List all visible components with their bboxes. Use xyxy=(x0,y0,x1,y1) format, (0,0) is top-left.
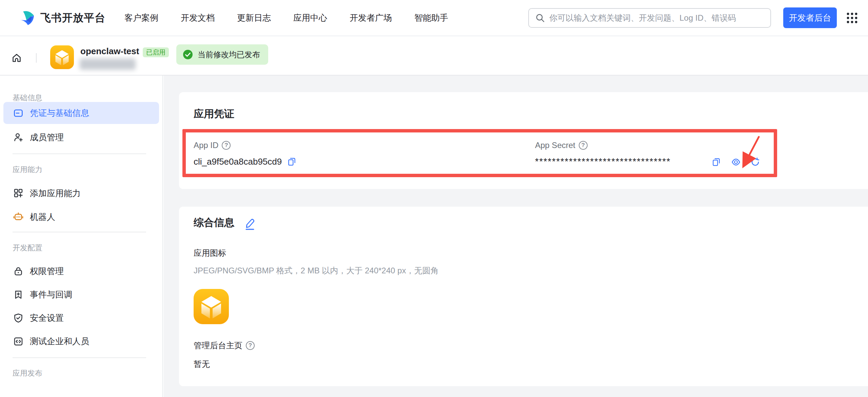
main-content: 应用凭证 App ID ? cli_a9f5e0a8cab95cd9 App S… xyxy=(164,76,868,397)
nav-item-ai-assistant[interactable]: 智能助手 xyxy=(414,12,448,23)
sidebar-item-label: 成员管理 xyxy=(30,132,64,143)
sidebar: 基础信息 凭证与基础信息 成员管理 应用能力 xyxy=(0,76,163,397)
nav-item-changelog[interactable]: 更新日志 xyxy=(237,12,271,23)
nav-item-developer-plaza[interactable]: 开发者广场 xyxy=(350,12,392,23)
sidebar-item-label: 机器人 xyxy=(30,211,55,223)
help-question-icon[interactable]: ? xyxy=(579,141,588,150)
top-navigation-bar: 飞书开放平台 客户案例 开发文档 更新日志 应用中心 开发者广场 智能助手 你可… xyxy=(0,0,868,36)
admin-home-label-row: 管理后台主页 ? xyxy=(194,340,255,351)
sidebar-divider xyxy=(13,232,146,232)
add-capability-icon xyxy=(13,188,23,198)
sidebar-heading-dev-config: 开发配置 xyxy=(13,244,162,252)
publish-status-text: 当前修改均已发布 xyxy=(198,49,260,60)
code-square-icon xyxy=(13,336,23,347)
app-id-label-row: App ID ? xyxy=(194,141,231,150)
app-icon-label: 应用图标 xyxy=(194,248,226,258)
admin-home-value: 暂无 xyxy=(194,359,210,370)
sidebar-item-label: 事件与回调 xyxy=(30,289,72,300)
general-info-card: 综合信息 应用图标 JPEG/PNG/SVG/BMP 格式，2 MB 以内，大于… xyxy=(179,207,868,386)
app-secret-masked-value: ******************************** xyxy=(535,156,671,167)
apps-grid-icon[interactable] xyxy=(846,12,859,24)
info-card-title-row: 综合信息 xyxy=(194,216,256,230)
help-question-icon[interactable]: ? xyxy=(222,141,231,150)
nav-item-dev-docs[interactable]: 开发文档 xyxy=(181,12,215,23)
brand-title: 飞书开放平台 xyxy=(40,11,105,25)
refresh-icon[interactable] xyxy=(751,158,760,167)
sidebar-item-members[interactable]: 成员管理 xyxy=(0,125,162,149)
sidebar-heading-capabilities: 应用能力 xyxy=(13,166,162,174)
sidebar-item-events-callbacks[interactable]: 事件与回调 xyxy=(0,283,162,306)
lock-icon xyxy=(13,266,23,276)
nav-item-app-center[interactable]: 应用中心 xyxy=(293,12,327,23)
sidebar-item-credentials[interactable]: 凭证与基础信息 xyxy=(3,102,159,124)
app-id-value: cli_a9f5e0a8cab95cd9 xyxy=(194,156,282,167)
sidebar-item-test-company[interactable]: 测试企业和人员 xyxy=(0,330,162,353)
eye-reveal-icon[interactable] xyxy=(731,158,741,167)
nav-item-customer-cases[interactable]: 客户案例 xyxy=(124,12,158,23)
app-id-blurred xyxy=(80,59,136,70)
robot-icon xyxy=(13,212,23,222)
sidebar-item-label: 权限管理 xyxy=(30,266,64,277)
app-secret-value-row: ******************************** xyxy=(535,156,671,167)
feishu-logo-icon xyxy=(19,9,36,27)
credentials-card: 应用凭证 App ID ? cli_a9f5e0a8cab95cd9 App S… xyxy=(179,92,868,189)
credentials-card-title: 应用凭证 xyxy=(194,107,234,121)
check-circle-icon xyxy=(183,50,193,59)
status-badge: 已启用 xyxy=(143,47,169,57)
home-icon[interactable] xyxy=(11,53,22,63)
app-name: openclaw-test xyxy=(80,46,139,57)
sidebar-item-label: 凭证与基础信息 xyxy=(30,107,89,119)
sidebar-heading-app-release: 应用发布 xyxy=(13,369,162,377)
app-secret-label-row: App Secret ? xyxy=(535,141,588,150)
sidebar-divider xyxy=(13,357,146,358)
search-icon xyxy=(535,13,545,23)
feishu-open-platform-console: 飞书开放平台 客户案例 开发文档 更新日志 应用中心 开发者广场 智能助手 你可… xyxy=(0,0,868,397)
info-card-title: 综合信息 xyxy=(194,216,234,229)
member-add-icon xyxy=(13,132,23,142)
shield-check-icon xyxy=(13,313,23,323)
app-secret-label: App Secret xyxy=(535,141,575,150)
header-divider xyxy=(36,53,37,63)
sidebar-item-add-capability[interactable]: 添加应用能力 xyxy=(0,181,162,205)
brand[interactable]: 飞书开放平台 xyxy=(19,0,105,36)
search-input[interactable]: 你可以输入文档关键词、开发问题、Log ID、错误码 xyxy=(528,8,771,28)
developer-console-button[interactable]: 开发者后台 xyxy=(783,7,837,28)
copy-icon[interactable] xyxy=(287,157,296,166)
sidebar-item-label: 添加应用能力 xyxy=(30,188,81,199)
sidebar-heading-basic-info: 基础信息 xyxy=(13,94,162,102)
credential-card-icon xyxy=(13,108,23,118)
app-icon-spec: JPEG/PNG/SVG/BMP 格式，2 MB 以内，大于 240*240 p… xyxy=(194,265,438,276)
app-icon-small xyxy=(50,45,74,69)
sidebar-item-bot[interactable]: 机器人 xyxy=(0,205,162,229)
sidebar-item-label: 测试企业和人员 xyxy=(30,336,89,347)
admin-home-label: 管理后台主页 xyxy=(194,340,242,351)
sidebar-divider xyxy=(13,153,146,154)
app-id-value-row: cli_a9f5e0a8cab95cd9 xyxy=(194,156,296,167)
sidebar-item-security[interactable]: 安全设置 xyxy=(0,306,162,330)
app-icon-large[interactable] xyxy=(194,289,229,324)
app-id-label: App ID xyxy=(194,141,218,150)
sidebar-item-permissions[interactable]: 权限管理 xyxy=(0,259,162,283)
copy-icon[interactable] xyxy=(712,158,721,167)
event-callback-icon xyxy=(13,290,23,300)
app-header-bar: openclaw-test 已启用 当前修改均已发布 xyxy=(0,36,868,76)
help-question-icon[interactable]: ? xyxy=(246,341,255,350)
edit-pencil-icon[interactable] xyxy=(244,217,256,230)
primary-nav: 客户案例 开发文档 更新日志 应用中心 开发者广场 智能助手 xyxy=(124,0,448,36)
search-placeholder: 你可以输入文档关键词、开发问题、Log ID、错误码 xyxy=(549,13,736,23)
sidebar-item-label: 安全设置 xyxy=(30,312,64,323)
publish-status-pill: 当前修改均已发布 xyxy=(176,44,268,65)
